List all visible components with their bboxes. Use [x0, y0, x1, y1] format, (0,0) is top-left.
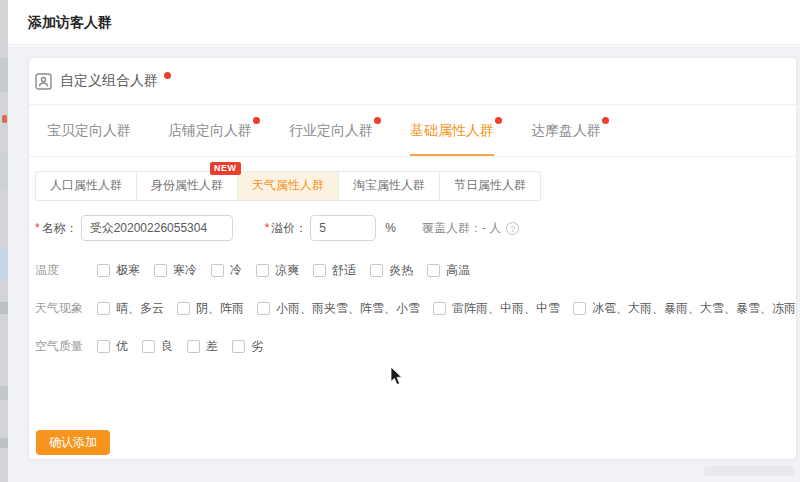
- checkbox[interactable]: [313, 264, 326, 277]
- notification-dot: [253, 117, 260, 124]
- edge-fragment: [0, 152, 8, 190]
- coverage-label: 覆盖人群：: [422, 220, 482, 237]
- edge-fragment: [0, 438, 8, 448]
- edge-fragment: [0, 248, 8, 280]
- edge-fragment: [0, 302, 8, 314]
- watermark: [704, 466, 794, 476]
- weather-phenomena-options: 晴、多云 阴、阵雨 小雨、雨夹雪、阵雪、小雪 雷阵雨、中雨、中雪 冰雹、大雨、暴…: [97, 300, 800, 317]
- tab-industry-targeting[interactable]: 行业定向人群: [289, 105, 373, 156]
- panel-title: 自定义组合人群: [60, 72, 158, 90]
- notification-dot: [602, 117, 609, 124]
- checkbox-option[interactable]: 炎热: [370, 262, 413, 279]
- checkbox-option[interactable]: 晴、多云: [97, 300, 164, 317]
- checkbox-option[interactable]: 寒冷: [154, 262, 197, 279]
- checkbox[interactable]: [232, 340, 245, 353]
- tab-shop-targeting[interactable]: 店铺定向人群: [168, 105, 252, 156]
- checkbox-label: 极寒: [116, 262, 140, 279]
- air-quality-options: 优 良 差 劣: [97, 338, 277, 355]
- tab-item-targeting[interactable]: 宝贝定向人群: [47, 105, 131, 156]
- name-input[interactable]: [81, 215, 233, 241]
- checkbox-label: 阴、阵雨: [196, 300, 244, 317]
- audience-tabs: 宝贝定向人群 店铺定向人群 行业定向人群 基础属性人群 达摩盘人群: [29, 105, 796, 157]
- percent-sign: %: [385, 221, 396, 235]
- checkbox-label: 小雨、雨夹雪、阵雪、小雪: [276, 300, 420, 317]
- checkbox-option[interactable]: 凉爽: [256, 262, 299, 279]
- checkbox-label: 舒适: [332, 262, 356, 279]
- edge-fragment: [2, 115, 7, 123]
- checkbox-option[interactable]: 冰雹、大雨、暴雨、大雪、暴雪、冻雨: [573, 300, 796, 317]
- subtab-taobao[interactable]: 淘宝属性人群: [338, 172, 439, 200]
- checkbox-option[interactable]: 冷: [211, 262, 242, 279]
- checkbox-label: 晴、多云: [116, 300, 164, 317]
- checkbox-label: 劣: [251, 338, 263, 355]
- checkbox-option[interactable]: 高温: [427, 262, 470, 279]
- checkbox-option[interactable]: 良: [142, 338, 173, 355]
- tab-label: 店铺定向人群: [168, 122, 252, 140]
- coverage-info: 覆盖人群： - 人 ?: [422, 220, 519, 237]
- checkbox-option[interactable]: 雷阵雨、中雨、中雪: [433, 300, 560, 317]
- checkbox[interactable]: [427, 264, 440, 277]
- checkbox[interactable]: [257, 302, 270, 315]
- tab-damopan[interactable]: 达摩盘人群: [531, 105, 601, 156]
- checkbox[interactable]: [177, 302, 190, 315]
- notification-dot: [495, 117, 502, 124]
- notification-dot: [374, 117, 381, 124]
- tab-basic-attributes[interactable]: 基础属性人群: [410, 105, 494, 156]
- checkbox-label: 雷阵雨、中雨、中雪: [452, 300, 560, 317]
- tab-label: 行业定向人群: [289, 122, 373, 140]
- checkbox-label: 冷: [230, 262, 242, 279]
- edge-fragment: [0, 58, 8, 92]
- checkbox-label: 良: [161, 338, 173, 355]
- coverage-value: - 人: [482, 220, 501, 237]
- custom-audience-panel: 自定义组合人群 宝贝定向人群 店铺定向人群 行业定向人群 基础属性人群 达摩盘人…: [28, 57, 797, 460]
- checkbox-label: 寒冷: [173, 262, 197, 279]
- checkbox[interactable]: [573, 302, 586, 315]
- checkbox[interactable]: [97, 302, 110, 315]
- new-badge: NEW: [210, 162, 241, 175]
- edge-fragment: [0, 386, 8, 400]
- notification-dot: [164, 72, 171, 79]
- checkbox[interactable]: [154, 264, 167, 277]
- dialog-title: 添加访客人群: [28, 0, 112, 45]
- weather-phenomena-label: 天气现象: [35, 300, 97, 317]
- checkbox-option[interactable]: 差: [187, 338, 218, 355]
- checkbox[interactable]: [211, 264, 224, 277]
- panel-header: 自定义组合人群: [29, 58, 796, 105]
- checkbox-option[interactable]: 劣: [232, 338, 263, 355]
- checkbox[interactable]: [97, 340, 110, 353]
- confirm-add-button[interactable]: 确认添加: [36, 430, 110, 455]
- subtab-festival[interactable]: 节日属性人群: [439, 172, 540, 200]
- air-quality-label: 空气质量: [35, 338, 97, 355]
- subtab-label: 天气属性人群: [252, 178, 324, 192]
- checkbox-label: 差: [206, 338, 218, 355]
- weather-phenomena-row: 天气现象 晴、多云 阴、阵雨 小雨、雨夹雪、阵雪、小雪 雷阵雨、中雨、中雪 冰雹…: [35, 300, 796, 317]
- checkbox[interactable]: [433, 302, 446, 315]
- checkbox[interactable]: [97, 264, 110, 277]
- checkbox-label: 凉爽: [275, 262, 299, 279]
- checkbox-option[interactable]: 阴、阵雨: [177, 300, 244, 317]
- checkbox-option[interactable]: 优: [97, 338, 128, 355]
- checkbox-option[interactable]: 小雨、雨夹雪、阵雪、小雪: [257, 300, 420, 317]
- help-icon[interactable]: ?: [506, 222, 519, 235]
- checkbox-option[interactable]: 舒适: [313, 262, 356, 279]
- name-label: 名称：: [35, 220, 78, 237]
- mouse-cursor: [390, 366, 404, 386]
- subtab-demographic[interactable]: 人口属性人群: [36, 172, 136, 200]
- weather-criteria: 温度 极寒 寒冷 冷 凉爽 舒适 炎热 高温 天气现象 晴、多云 阴、阵雨 小雨…: [35, 262, 796, 355]
- checkbox-option[interactable]: 极寒: [97, 262, 140, 279]
- checkbox[interactable]: [256, 264, 269, 277]
- temperature-row: 温度 极寒 寒冷 冷 凉爽 舒适 炎热 高温: [35, 262, 796, 279]
- subtab-weather[interactable]: NEW 天气属性人群: [237, 172, 338, 200]
- checkbox[interactable]: [142, 340, 155, 353]
- checkbox[interactable]: [370, 264, 383, 277]
- audience-form-row: 名称： 溢价： % 覆盖人群： - 人 ?: [35, 215, 796, 241]
- tab-label: 达摩盘人群: [531, 122, 601, 140]
- subtab-identity[interactable]: 身份属性人群: [136, 172, 237, 200]
- checkbox[interactable]: [187, 340, 200, 353]
- tab-label: 基础属性人群: [410, 122, 494, 140]
- premium-input[interactable]: [310, 215, 376, 241]
- temperature-label: 温度: [35, 262, 97, 279]
- attribute-subtabs: 人口属性人群 身份属性人群 NEW 天气属性人群 淘宝属性人群 节日属性人群: [35, 171, 541, 201]
- background-window-edge: [0, 0, 8, 482]
- checkbox-label: 炎热: [389, 262, 413, 279]
